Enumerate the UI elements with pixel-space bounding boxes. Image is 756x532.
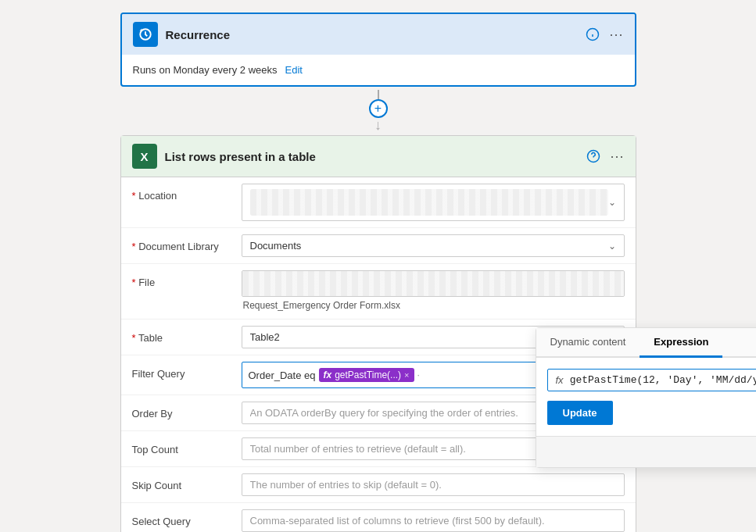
token-close-button[interactable]: × (404, 370, 409, 380)
filter-query-label: Filter Query (132, 362, 242, 380)
document-library-label: Document Library (132, 234, 242, 252)
expression-input[interactable] (570, 374, 756, 386)
tab-expression[interactable]: Expression (640, 328, 722, 358)
filter-token: fx getPastTime(...) × (319, 368, 414, 382)
side-panel-tabs: Dynamic content Expression (536, 328, 757, 358)
recurrence-header-actions: ··· (586, 27, 623, 43)
skip-count-input[interactable] (242, 473, 625, 496)
token-label: getPastTime(...) (335, 370, 401, 380)
file-top-field[interactable] (242, 270, 625, 297)
skip-count-row: Skip Count (121, 467, 636, 503)
tab-dynamic-content[interactable]: Dynamic content (536, 328, 640, 358)
expression-row: fx (547, 369, 757, 391)
list-rows-more-button[interactable]: ··· (610, 148, 624, 165)
file-label: File (132, 270, 242, 288)
location-chevron-icon: ⌄ (608, 197, 616, 208)
step-connector: + ↓ (369, 90, 388, 132)
update-button[interactable]: Update (547, 401, 613, 425)
location-value (250, 189, 608, 216)
select-query-label: Select Query (132, 509, 242, 527)
recurrence-edit-link[interactable]: Edit (285, 64, 302, 76)
top-count-label: Top Count (132, 437, 242, 455)
select-query-input[interactable] (242, 509, 625, 532)
recurrence-info-button[interactable] (586, 27, 600, 41)
recurrence-header: Recurrence ··· (122, 14, 635, 55)
list-rows-header-actions: ··· (586, 148, 624, 165)
list-rows-card: X List rows present in a table ··· Loca (120, 135, 636, 532)
order-by-label: Order By (132, 402, 242, 420)
recurrence-more-button[interactable]: ··· (609, 27, 623, 43)
recurrence-title: Recurrence (166, 28, 579, 41)
skip-count-control (242, 473, 625, 496)
list-rows-title: List rows present in a table (165, 150, 579, 163)
file-row: File Request_Emergency Order Form.xlsx (121, 264, 636, 320)
document-library-row: Document Library Documents ⌄ (121, 228, 636, 264)
document-library-select[interactable]: Documents ⌄ (242, 234, 625, 257)
document-library-value: Documents (250, 240, 302, 252)
document-library-chevron-icon: ⌄ (608, 241, 616, 252)
recurrence-subtitle: Runs on Monday every 2 weeks (133, 64, 278, 76)
connector-arrow: ↓ (374, 118, 382, 132)
token-dot: · (417, 370, 420, 380)
select-query-control (242, 509, 625, 532)
document-library-control: Documents ⌄ (242, 234, 625, 257)
skip-count-label: Skip Count (132, 473, 242, 491)
location-label: Location (132, 184, 242, 202)
fx-label: fx (556, 374, 564, 386)
add-step-button[interactable]: + (369, 99, 388, 118)
location-row: Location ⌄ (121, 177, 636, 228)
token-fx-icon: fx (324, 370, 332, 380)
table-label: Table (132, 326, 242, 344)
side-panel-body: fx Update (536, 358, 757, 436)
update-button-wrapper: Update (547, 391, 757, 425)
location-control: ⌄ (242, 184, 625, 221)
location-select[interactable]: ⌄ (242, 184, 625, 221)
file-control: Request_Emergency Order Form.xlsx (242, 270, 625, 312)
filter-query-text: Order_Date eq (249, 370, 316, 381)
file-bottom-text: Request_Emergency Order Form.xlsx (242, 298, 625, 312)
recurrence-icon (133, 22, 158, 47)
connector-line-top (378, 90, 379, 99)
select-query-row: Select Query (121, 503, 636, 532)
excel-icon: X (132, 144, 157, 169)
list-rows-help-button[interactable] (586, 149, 600, 163)
side-panel-footer (536, 436, 757, 467)
list-rows-header: X List rows present in a table ··· (121, 136, 636, 177)
recurrence-card: Recurrence ··· Runs on Monday every 2 we… (120, 12, 636, 87)
side-panel: Dynamic content Expression fx Update (536, 327, 757, 468)
recurrence-body: Runs on Monday every 2 weeks Edit (122, 55, 635, 85)
